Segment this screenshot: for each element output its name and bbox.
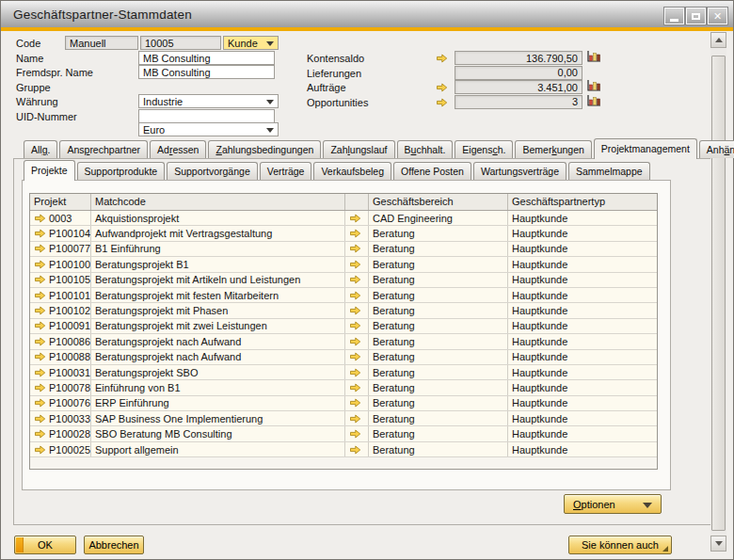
link-arrow-icon[interactable] <box>349 398 361 408</box>
subtab-offene-posten[interactable]: Offene Posten <box>393 162 471 180</box>
link-arrow-icon[interactable] <box>34 398 46 408</box>
link-arrow-icon[interactable] <box>34 229 46 238</box>
link-arrow-icon[interactable] <box>34 291 46 300</box>
link-arrow-icon[interactable] <box>34 445 46 455</box>
ok-button[interactable]: OK <box>14 536 76 554</box>
link-arrow-icon[interactable] <box>349 337 361 346</box>
table-row[interactable]: P100091Beratungsprojekt mit zwei Leistun… <box>30 319 657 334</box>
link-arrow-icon[interactable] <box>349 214 361 223</box>
subtab-wartungsvertraege[interactable]: Wartungsverträge <box>473 162 566 180</box>
chart-icon[interactable] <box>586 50 602 63</box>
geschaeftspartnertyp-text: Hauptkunde <box>512 444 567 456</box>
table-row[interactable]: P100078Einführung von B1BeratungHauptkun… <box>30 380 657 395</box>
link-arrow-icon[interactable] <box>436 54 448 63</box>
link-arrow-icon[interactable] <box>349 244 361 253</box>
link-arrow-icon[interactable] <box>349 306 361 315</box>
link-arrow-icon[interactable] <box>349 445 361 455</box>
options-button[interactable]: Optionen <box>564 494 662 514</box>
maximize-button[interactable] <box>686 8 706 24</box>
link-arrow-icon[interactable] <box>34 306 46 315</box>
table-row[interactable]: P100086Beratungsprojekt nach AufwandBera… <box>30 334 657 349</box>
link-arrow-icon[interactable] <box>349 368 361 377</box>
table-row[interactable]: P100025Support allgemeinBeratungHauptkun… <box>30 442 657 457</box>
subtab-supportprodukte[interactable]: Supportprodukte <box>77 162 166 180</box>
minimize-button[interactable] <box>664 8 684 24</box>
tab-ansprechpartner[interactable]: Ansprechpartner <box>59 140 148 158</box>
scrollbar-thumb[interactable] <box>711 56 726 531</box>
table-row[interactable]: P100100Beratungsprojekt B1BeratungHauptk… <box>30 257 657 272</box>
scroll-up-button[interactable] <box>710 32 726 48</box>
geschaeftsbereich-text: Beratung <box>373 367 415 378</box>
you-can-also-button[interactable]: Sie können auch <box>568 536 672 554</box>
column-header-geschaeftspartnertyp[interactable]: Geschäftspartnertyp <box>508 194 659 210</box>
link-arrow-icon[interactable] <box>34 275 46 284</box>
subtab-sammelmappe[interactable]: Sammelmappe <box>568 162 650 180</box>
subtab-projekte[interactable]: Projekte <box>24 160 75 181</box>
link-arrow-icon[interactable] <box>349 275 361 284</box>
code-mode-field[interactable]: Manuell <box>65 36 138 50</box>
link-arrow-icon[interactable] <box>349 414 361 424</box>
foreign-name-input[interactable]: MB Consulting <box>138 65 275 79</box>
link-arrow-icon[interactable] <box>34 244 46 253</box>
code-value-field[interactable]: 10005 <box>140 36 221 50</box>
tab-eigensch[interactable]: Eigensch. <box>455 140 513 158</box>
subtab-verkaufsbeleg[interactable]: Verkaufsbeleg <box>313 162 391 180</box>
link-arrow-icon[interactable] <box>349 260 361 269</box>
chart-icon[interactable] <box>586 79 602 92</box>
tab-bemerkungen[interactable]: Bemerkungen <box>515 140 591 158</box>
table-row[interactable]: P100077B1 EinführungBeratungHauptkunde <box>30 242 657 257</box>
link-arrow-icon[interactable] <box>349 352 361 361</box>
link-arrow-icon[interactable] <box>34 260 46 269</box>
link-arrow-icon[interactable] <box>349 383 361 392</box>
cancel-button[interactable]: Abbrechen <box>84 536 144 554</box>
chart-icon[interactable] <box>586 94 602 107</box>
link-arrow-icon[interactable] <box>349 321 361 330</box>
titlebar[interactable]: Geschäftspartner-Stammdaten ✕ <box>1 1 733 27</box>
vertical-scrollbar[interactable] <box>710 32 726 552</box>
link-arrow-icon[interactable] <box>34 368 46 377</box>
table-row[interactable]: P100101Beratungsprojekt mit festen Mitar… <box>30 288 657 303</box>
link-arrow-icon[interactable] <box>34 352 46 361</box>
link-arrow-icon[interactable] <box>349 229 361 238</box>
table-row[interactable]: P100102Beratungsprojekt mit PhasenBeratu… <box>30 303 657 318</box>
tab-anhaenge[interactable]: Anhänge <box>699 140 734 158</box>
link-arrow-icon[interactable] <box>436 98 448 107</box>
table-row[interactable]: P100076ERP EinführungBeratungHauptkunde <box>30 396 657 411</box>
link-arrow-icon[interactable] <box>349 291 361 300</box>
tab-adressen[interactable]: Adressen <box>150 140 206 158</box>
tab-projektmanagement[interactable]: Projektmanagement <box>594 138 697 159</box>
link-arrow-icon[interactable] <box>34 321 46 330</box>
column-header-matchcode[interactable]: Matchcode <box>91 194 345 210</box>
link-arrow-icon[interactable] <box>34 337 46 346</box>
name-input[interactable]: MB Consulting <box>138 51 275 65</box>
table-row[interactable]: P100088Beratungsprojekt nach AufwandBera… <box>30 350 657 365</box>
group-combo[interactable]: Industrie <box>138 94 279 108</box>
currency-combo[interactable]: Euro <box>138 122 279 136</box>
link-arrow-icon[interactable] <box>349 429 361 439</box>
link-arrow-icon[interactable] <box>34 414 46 424</box>
tab-buchhalt[interactable]: Buchhalt. <box>397 140 454 158</box>
table-row[interactable]: P100033SAP Business One ImplementierungB… <box>30 411 657 426</box>
link-arrow-icon[interactable] <box>34 429 46 439</box>
subtab-supportvorgaenge[interactable]: Supportvorgänge <box>167 162 258 180</box>
table-row[interactable]: 0003AkquistionsprojektCAD EngineeringHau… <box>30 211 657 226</box>
uid-input[interactable] <box>138 109 275 123</box>
tab-zahlungslauf[interactable]: Zahlungslauf <box>323 140 394 158</box>
scroll-down-button[interactable] <box>710 536 726 552</box>
column-header-projekt[interactable]: Projekt <box>30 194 91 210</box>
tab-zahlungsbedingungen[interactable]: Zahlungsbedingungen <box>208 140 321 158</box>
table-row[interactable]: P100104Aufwandprojekt mit Vertragsgestal… <box>30 226 657 241</box>
table-row[interactable]: P100028SBO Beratung MB ConsultingBeratun… <box>30 426 657 441</box>
link-arrow-icon[interactable] <box>34 214 46 223</box>
link-arrow-icon[interactable] <box>34 383 46 392</box>
close-button[interactable]: ✕ <box>708 8 727 24</box>
options-button-label: Optionen <box>573 499 615 510</box>
column-header-geschaeftsbereich[interactable]: Geschäftsbereich <box>369 194 508 210</box>
column-header-empty[interactable] <box>345 194 369 210</box>
table-row[interactable]: P100105Beratungsprojekt mit Artikeln und… <box>30 273 657 288</box>
tab-allg[interactable]: Allg. <box>24 140 57 158</box>
link-arrow-icon[interactable] <box>436 83 448 92</box>
bp-type-combo[interactable]: Kunde <box>223 36 279 50</box>
table-row[interactable]: P100031Beratungsprojekt SBOBeratungHaupt… <box>30 365 657 380</box>
subtab-vertraege[interactable]: Verträge <box>260 162 312 180</box>
